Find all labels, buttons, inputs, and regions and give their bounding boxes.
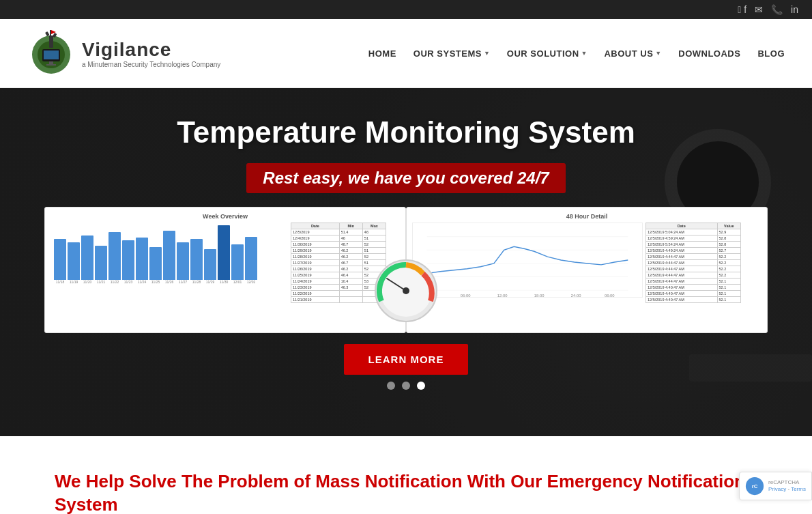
hero-section: Temperature Monitoring System Rest easy,… xyxy=(0,88,812,436)
nav-downloads[interactable]: DOWNLOADS xyxy=(678,48,740,59)
nav-home[interactable]: HOME xyxy=(368,48,396,59)
svg-rect-8 xyxy=(46,64,56,66)
svg-text:06:00: 06:00 xyxy=(461,294,471,297)
svg-rect-6 xyxy=(44,51,59,59)
hero-title: Temperature Monitoring System xyxy=(177,115,635,149)
bar-chart: 11/18 11/19 11/20 11/21 11/22 11/23 11/2… xyxy=(50,223,288,284)
chart-panel-right: 48 Hour Detail xyxy=(406,207,768,333)
chart-title-week: Week Overview xyxy=(50,213,400,220)
logo-area: Vigilance a Minuteman Security Technolog… xyxy=(27,26,220,81)
nav-our-systems[interactable]: OUR SYSTEMS ▼ xyxy=(414,48,490,59)
carousel-dot-2[interactable] xyxy=(402,382,410,390)
phone-icon[interactable]: 📞 xyxy=(771,4,783,15)
linkedin-icon[interactable]: in xyxy=(791,4,798,15)
svg-text:12:00: 12:00 xyxy=(497,294,508,297)
logo-text: Vigilance a Minuteman Security Technolog… xyxy=(82,39,220,68)
svg-text:rC: rC xyxy=(752,483,758,489)
recaptcha-links: Privacy - Terms xyxy=(768,486,806,493)
brand-subtitle: a Minuteman Security Technologies Compan… xyxy=(82,61,220,68)
brand-name: Vigilance xyxy=(82,39,220,61)
navigation: Vigilance a Minuteman Security Technolog… xyxy=(0,19,812,88)
svg-rect-9 xyxy=(50,30,51,37)
facebook-icon[interactable]:  f xyxy=(738,4,746,15)
below-hero-section: We Help Solve The Problem of Mass Notifi… xyxy=(0,436,812,514)
chevron-down-icon: ▼ xyxy=(655,50,661,57)
recaptcha-logo-icon: rC xyxy=(745,476,764,496)
nav-our-solution[interactable]: OUR SOLUTION ▼ xyxy=(507,48,588,59)
hero-content: Temperature Monitoring System Rest easy,… xyxy=(0,88,812,390)
chart-panel-left: Week Overview 11/18 11/19 11/20 11/21 11… xyxy=(44,207,406,333)
carousel-dot-1[interactable] xyxy=(387,382,395,390)
svg-rect-2 xyxy=(49,35,53,48)
learn-more-button[interactable]: LEARN MORE xyxy=(344,344,469,375)
carousel-dot-3[interactable] xyxy=(417,382,425,390)
recaptcha-badge: rC reCAPTCHA Privacy - Terms xyxy=(739,472,812,500)
hero-subtitle: Rest easy, we have you covered 24/7 xyxy=(246,163,565,193)
top-bar:  f ✉ 📞 in xyxy=(0,0,812,19)
chart-title-48hr: 48 Hour Detail xyxy=(412,213,762,220)
carousel-dots xyxy=(387,382,425,390)
svg-rect-7 xyxy=(49,61,53,64)
dashboard-mockup: Week Overview 11/18 11/19 11/20 11/21 11… xyxy=(44,207,768,333)
recaptcha-privacy-link[interactable]: Privacy xyxy=(768,486,786,492)
logo-svg xyxy=(27,26,75,81)
svg-rect-3 xyxy=(45,31,49,36)
nav-links: HOME OUR SYSTEMS ▼ OUR SOLUTION ▼ ABOUT … xyxy=(368,48,785,59)
svg-text:18:00: 18:00 xyxy=(534,294,545,297)
line-chart: 12/00 06:00 12:00 18:00 24:00 06:00 xyxy=(412,223,643,298)
recaptcha-text: reCAPTCHA Privacy - Terms xyxy=(768,479,806,494)
recaptcha-label: reCAPTCHA xyxy=(768,479,806,486)
chevron-down-icon: ▼ xyxy=(581,50,588,57)
svg-text:06:00: 06:00 xyxy=(605,294,615,297)
nav-about-us[interactable]: ABOUT US ▼ xyxy=(604,48,661,59)
svg-point-14 xyxy=(403,287,409,294)
chevron-down-icon: ▼ xyxy=(484,50,490,57)
svg-text:24:00: 24:00 xyxy=(571,294,581,297)
gauge-icon xyxy=(372,257,440,325)
data-table-right: DateValue 12/5/2019 5:04:24 AM52.9 12/5/… xyxy=(646,223,741,303)
email-icon[interactable]: ✉ xyxy=(755,4,763,15)
section-heading: We Help Solve The Problem of Mass Notifi… xyxy=(55,470,757,514)
nav-blog[interactable]: BLOG xyxy=(757,48,785,59)
recaptcha-terms-link[interactable]: Terms xyxy=(791,486,806,492)
